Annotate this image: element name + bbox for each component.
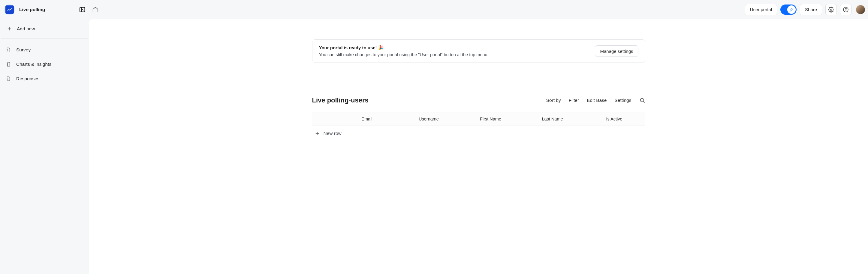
plus-icon	[7, 26, 12, 31]
filter-action[interactable]: Filter	[569, 98, 579, 103]
svg-point-7	[7, 49, 8, 49]
sidebar-item-label: Survey	[16, 47, 31, 53]
svg-point-8	[7, 50, 8, 50]
share-label: Share	[805, 7, 817, 12]
banner-title: Your portal is ready to use! 🎉	[319, 45, 589, 51]
main-panel: Your portal is ready to use! 🎉 You can s…	[89, 19, 868, 274]
chart-line-icon	[7, 7, 12, 12]
svg-point-4	[846, 10, 846, 11]
sidebar-item-charts[interactable]: Charts & insights	[1, 58, 88, 71]
plus-icon	[314, 131, 320, 136]
user-portal-label: User portal	[750, 7, 772, 12]
svg-line-17	[643, 102, 644, 103]
svg-point-10	[7, 63, 8, 64]
svg-point-16	[640, 98, 644, 102]
document-icon	[6, 61, 11, 67]
new-row-label: New row	[323, 131, 342, 136]
users-table: Email Username First Name Last Name Is A…	[312, 112, 645, 141]
table-search-button[interactable]	[639, 97, 645, 103]
column-header[interactable]: Username	[398, 112, 460, 126]
pencil-icon	[789, 7, 794, 12]
svg-point-15	[7, 80, 8, 80]
banner-description: You can still make changes to your porta…	[319, 52, 589, 57]
sort-by-action[interactable]: Sort by	[546, 98, 561, 103]
search-icon	[639, 97, 645, 103]
document-icon	[6, 47, 11, 53]
table-settings-action[interactable]: Settings	[614, 98, 631, 103]
table-header-row: Email Username First Name Last Name Is A…	[312, 112, 645, 126]
svg-point-12	[7, 65, 8, 65]
column-header[interactable]: First Name	[460, 112, 522, 126]
svg-point-9	[7, 51, 8, 51]
column-header[interactable]: Is Active	[584, 112, 645, 126]
user-portal-button[interactable]: User portal	[745, 4, 777, 15]
app-title: Live polling	[19, 7, 45, 12]
add-new-button[interactable]: Add new	[1, 19, 88, 39]
home-button[interactable]	[90, 4, 101, 15]
table-title: Live polling-users	[312, 97, 546, 104]
help-button[interactable]	[840, 4, 851, 15]
sidebar-item-responses[interactable]: Responses	[1, 73, 88, 85]
brand: Live polling	[4, 4, 58, 15]
share-button[interactable]: Share	[800, 4, 822, 15]
gear-icon	[828, 7, 834, 12]
avatar[interactable]	[856, 5, 865, 14]
svg-point-2	[831, 9, 832, 10]
sidebar: Add new Survey	[0, 19, 89, 274]
column-header[interactable]: Email	[336, 112, 398, 126]
edit-mode-toggle[interactable]	[780, 4, 797, 15]
document-icon	[6, 76, 11, 82]
collapse-sidebar-button[interactable]	[77, 4, 88, 15]
home-icon	[92, 6, 99, 13]
help-icon	[843, 7, 849, 12]
edit-base-action[interactable]: Edit Base	[587, 98, 607, 103]
manage-settings-button[interactable]: Manage settings	[595, 45, 638, 57]
app-icon	[4, 4, 15, 15]
sidebar-item-label: Responses	[16, 76, 40, 81]
settings-button[interactable]	[826, 4, 837, 15]
panel-left-close-icon	[79, 6, 86, 13]
svg-point-14	[7, 79, 8, 79]
add-new-label: Add new	[17, 26, 35, 31]
sidebar-item-survey[interactable]: Survey	[1, 44, 88, 56]
column-header[interactable]: Last Name	[522, 112, 584, 126]
manage-settings-label: Manage settings	[600, 49, 633, 54]
sidebar-item-label: Charts & insights	[16, 62, 51, 67]
portal-ready-banner: Your portal is ready to use! 🎉 You can s…	[312, 39, 645, 63]
new-row-button[interactable]: New row	[312, 126, 645, 141]
topbar: Live polling User portal	[0, 0, 868, 19]
